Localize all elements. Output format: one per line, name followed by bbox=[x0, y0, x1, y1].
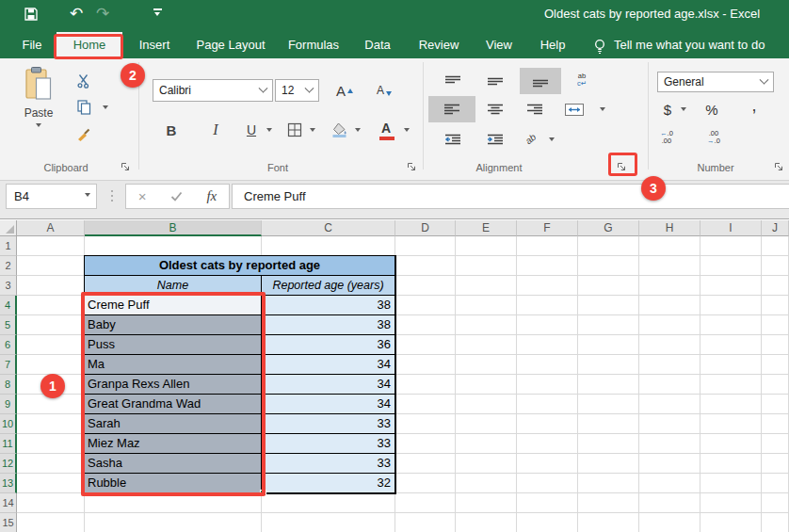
cell-C10[interactable]: 33 bbox=[262, 414, 395, 434]
cell-C7[interactable]: 34 bbox=[262, 355, 395, 375]
tab-help[interactable]: Help bbox=[531, 32, 574, 58]
cell-D9[interactable] bbox=[395, 395, 456, 414]
cell-J1[interactable] bbox=[762, 236, 789, 256]
cell-E15[interactable] bbox=[456, 513, 517, 532]
cell-H9[interactable] bbox=[639, 395, 700, 414]
row-header-8[interactable]: 8 bbox=[0, 375, 17, 395]
cell-B1[interactable] bbox=[85, 236, 262, 256]
cell-H12[interactable] bbox=[639, 454, 700, 474]
cell-A11[interactable] bbox=[17, 434, 85, 454]
redo-button[interactable]: ↷ bbox=[92, 4, 113, 24]
cell-A5[interactable] bbox=[17, 315, 85, 335]
cell-G2[interactable] bbox=[578, 256, 639, 276]
cell-I12[interactable] bbox=[700, 454, 762, 474]
cell-B11[interactable]: Miez Maz bbox=[85, 434, 262, 454]
cell-H6[interactable] bbox=[639, 335, 700, 355]
cell-B10[interactable]: Sarah bbox=[85, 414, 262, 434]
cell-H2[interactable] bbox=[639, 256, 700, 276]
number-format-combo[interactable]: General bbox=[657, 72, 774, 92]
tab-formulas[interactable]: Formulas bbox=[279, 32, 348, 58]
cell-F7[interactable] bbox=[517, 355, 578, 375]
bold-button[interactable]: B bbox=[160, 119, 183, 141]
decrease-font-size-button[interactable]: A bbox=[367, 79, 394, 102]
wrap-text-button[interactable]: abc↵ bbox=[567, 68, 597, 92]
cell-F11[interactable] bbox=[517, 434, 578, 454]
cell-J2[interactable] bbox=[762, 256, 789, 276]
col-header-C[interactable]: C bbox=[262, 220, 395, 236]
font-color-button[interactable]: A bbox=[375, 117, 397, 139]
cell-H3[interactable] bbox=[639, 276, 700, 296]
cell-B14[interactable] bbox=[85, 493, 262, 513]
cell-F14[interactable] bbox=[517, 493, 578, 513]
cell-B15[interactable] bbox=[85, 513, 262, 532]
cell-E14[interactable] bbox=[456, 493, 517, 513]
cell-F10[interactable] bbox=[517, 414, 578, 434]
increase-decimal-button[interactable]: ←.0.00 bbox=[652, 126, 682, 149]
cell-J9[interactable] bbox=[762, 395, 789, 414]
cell-G8[interactable] bbox=[578, 375, 639, 395]
row-header-13[interactable]: 13 bbox=[0, 474, 17, 493]
cell-A15[interactable] bbox=[17, 513, 85, 532]
cell-D8[interactable] bbox=[395, 375, 456, 395]
row-header-7[interactable]: 7 bbox=[0, 355, 17, 375]
cell-E11[interactable] bbox=[456, 434, 517, 454]
cell-C3[interactable]: Reported age (years) bbox=[262, 276, 395, 296]
format-painter-button[interactable] bbox=[72, 124, 96, 143]
col-header-F[interactable]: F bbox=[517, 220, 578, 236]
tab-review[interactable]: Review bbox=[411, 32, 467, 58]
col-header-E[interactable]: E bbox=[456, 220, 517, 236]
cell-B5[interactable]: Baby bbox=[85, 315, 262, 335]
align-left-button[interactable] bbox=[428, 96, 475, 122]
cell-E12[interactable] bbox=[456, 454, 517, 474]
cell-B12[interactable]: Sasha bbox=[85, 454, 262, 474]
cell-E7[interactable] bbox=[456, 355, 517, 375]
font-color-dropdown-icon[interactable] bbox=[401, 126, 412, 136]
align-right-button[interactable] bbox=[520, 98, 550, 121]
cell-J14[interactable] bbox=[762, 493, 789, 513]
row-header-1[interactable]: 1 bbox=[0, 236, 17, 256]
cell-I10[interactable] bbox=[700, 414, 762, 434]
save-button[interactable] bbox=[21, 4, 41, 24]
cell-I3[interactable] bbox=[700, 276, 762, 296]
cell-I7[interactable] bbox=[700, 355, 762, 375]
cell-F6[interactable] bbox=[517, 335, 578, 355]
col-header-G[interactable]: G bbox=[578, 220, 639, 236]
cell-G9[interactable] bbox=[578, 395, 639, 414]
cell-D6[interactable] bbox=[395, 335, 456, 355]
cell-H4[interactable] bbox=[639, 296, 700, 315]
tab-data[interactable]: Data bbox=[356, 32, 399, 58]
cell-D3[interactable] bbox=[395, 276, 456, 296]
cell-C11[interactable]: 33 bbox=[262, 434, 395, 454]
cell-H10[interactable] bbox=[639, 414, 700, 434]
cut-button[interactable] bbox=[72, 72, 96, 90]
cell-A4[interactable] bbox=[17, 296, 85, 315]
cell-E6[interactable] bbox=[456, 335, 517, 355]
cell-F3[interactable] bbox=[517, 276, 578, 296]
cell-C6[interactable]: 36 bbox=[262, 335, 395, 355]
comma-style-button[interactable]: , bbox=[748, 94, 761, 117]
underline-dropdown-icon[interactable] bbox=[264, 126, 275, 136]
orientation-button[interactable]: ab bbox=[518, 126, 544, 151]
cell-I9[interactable] bbox=[700, 395, 762, 414]
cell-J13[interactable] bbox=[762, 474, 789, 493]
tab-home[interactable]: Home bbox=[56, 32, 122, 58]
row-header-14[interactable]: 14 bbox=[0, 493, 17, 513]
cell-C13[interactable]: 32 bbox=[262, 474, 395, 493]
formula-input[interactable]: Creme Puff bbox=[232, 184, 789, 209]
cell-F15[interactable] bbox=[517, 513, 578, 532]
cell-H5[interactable] bbox=[639, 315, 700, 335]
row-header-12[interactable]: 12 bbox=[0, 454, 17, 474]
cell-B6[interactable]: Puss bbox=[85, 335, 262, 355]
cell-G3[interactable] bbox=[578, 276, 639, 296]
cell-I1[interactable] bbox=[700, 236, 762, 256]
cell-E9[interactable] bbox=[456, 395, 517, 414]
cell-A6[interactable] bbox=[17, 335, 85, 355]
insert-function-button[interactable]: fx bbox=[206, 188, 217, 204]
cell-F13[interactable] bbox=[517, 474, 578, 493]
row-header-3[interactable]: 3 bbox=[0, 276, 17, 296]
borders-button[interactable] bbox=[284, 119, 305, 141]
cell-C9[interactable]: 34 bbox=[262, 395, 395, 414]
col-header-H[interactable]: H bbox=[639, 220, 700, 236]
cell-H8[interactable] bbox=[639, 375, 700, 395]
cell-I2[interactable] bbox=[700, 256, 762, 276]
